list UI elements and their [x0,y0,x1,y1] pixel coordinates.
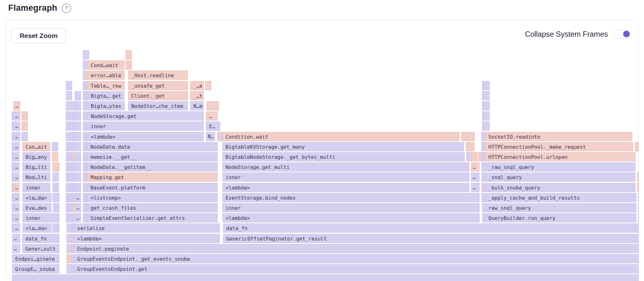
flame-frame[interactable] [75,183,81,192]
flame-frame[interactable] [483,111,490,121]
flame-frame[interactable]: BaseEvent.platform [87,183,218,192]
flame-frame[interactable] [75,91,81,100]
flame-frame[interactable]: Endpoint.paginate [74,244,639,253]
flame-frame[interactable]: … [13,132,20,141]
flame-frame[interactable]: Condition.wait [222,132,460,141]
flame-frame[interactable] [53,193,59,202]
flame-frame[interactable]: NodeStorage.get [88,111,204,121]
flame-frame[interactable]: … [75,193,81,202]
flame-frame[interactable] [483,101,490,110]
help-icon[interactable]: ? [62,3,71,13]
flame-frame[interactable] [53,223,59,233]
flame-frame[interactable]: … [13,122,20,131]
flame-frame[interactable]: error…able [88,71,125,80]
flame-frame[interactable] [83,50,89,59]
flame-frame[interactable]: … [75,213,81,222]
flame-frame[interactable]: BigtableNodeStorage._get_bytes_multi [222,152,465,161]
flame-frame[interactable] [53,172,59,182]
collapse-system-frames-toggle[interactable] [614,30,631,39]
flame-frame[interactable]: Big…lti [22,162,50,172]
flame-frame[interactable]: _apply_cache_and_build_results [485,193,636,202]
flame-frame[interactable] [637,183,639,192]
flame-frame[interactable] [126,50,132,59]
flame-frame[interactable] [75,152,81,161]
flame-frame[interactable] [213,101,219,110]
flame-frame[interactable]: N… [206,132,215,141]
flame-frame[interactable]: N…m [190,101,204,110]
flame-frame[interactable]: … [13,203,20,212]
flame-frame[interactable]: Bigta….get [88,91,125,100]
flame-frame[interactable]: … [13,111,20,121]
flame-frame[interactable] [75,142,81,151]
reset-zoom-button[interactable]: Reset Zoom [11,28,66,43]
flame-frame[interactable]: … [13,172,20,182]
flame-frame[interactable]: Mapping.get [87,172,218,182]
flame-frame[interactable]: inner [88,122,204,131]
flame-frame[interactable]: get_crash_files [87,203,218,212]
flame-frame[interactable]: Cond…wait [88,60,125,70]
flame-frame[interactable]: Client._get [128,91,188,100]
flame-frame[interactable]: inner [22,183,50,192]
flame-frame[interactable] [483,122,490,131]
flame-frame[interactable]: _unsafe_get [128,81,188,90]
flame-frame[interactable]: GroupE…_snuba [12,264,59,273]
flame-frame[interactable]: SimpleEventSerializer.get_attrs [87,213,218,222]
flame-frame[interactable] [75,101,81,110]
flame-frame[interactable]: _bulk_snuba_query [485,183,635,192]
flame-frame[interactable]: <lambda> [222,183,469,192]
flame-frame[interactable]: Table…_row [88,81,125,90]
flame-frame[interactable]: Eve…des [22,203,52,212]
flame-frame[interactable] [483,91,490,100]
flame-frame[interactable]: … [13,142,20,151]
flame-frame[interactable]: EventStorage.bind_nodes [222,193,480,202]
flame-frame[interactable]: Big…any [22,152,50,161]
flame-frame[interactable] [637,172,639,182]
flame-frame[interactable] [75,172,81,182]
flame-frame[interactable] [53,203,59,212]
flame-frame[interactable]: NodeStor…che_item [128,101,188,110]
flame-frame[interactable]: … [12,244,20,253]
flame-frame[interactable] [75,111,81,121]
flame-frame[interactable]: … [13,101,20,110]
flame-frame[interactable]: Nod…lti [22,172,50,182]
flame-frame[interactable]: … [12,234,20,243]
flame-frame[interactable]: … [471,183,480,192]
flame-frame[interactable] [468,142,474,151]
flame-frame[interactable]: HTTPConnectionPool.urlopen [485,152,635,161]
flame-frame[interactable]: E… [206,122,220,131]
flame-frame[interactable]: … [13,213,20,222]
flame-frame[interactable] [53,162,59,172]
flame-frame[interactable]: … [206,111,218,121]
flame-frame[interactable]: … [75,203,81,212]
flame-frame[interactable]: _snql_query [485,172,635,182]
flame-frame[interactable]: SocketIO.readinto [485,132,632,141]
flame-frame[interactable]: GenericOffsetPaginator.get_result [223,234,639,243]
flame-frame[interactable] [638,193,639,202]
flame-frame[interactable] [75,132,81,141]
flame-frame[interactable]: NodeStorage.get_multi [222,162,469,172]
flame-frame[interactable]: NodeData.__getitem__ [87,162,218,172]
flame-frame[interactable]: GroupEventsEndpoint.get [74,264,639,273]
flame-frame[interactable]: <la…da> [22,223,52,233]
flame-frame[interactable]: … [13,193,20,202]
flame-frame[interactable] [635,142,639,151]
flame-frame[interactable]: memoize.__get__ [87,152,218,161]
flame-frame[interactable]: GroupEventsEndpoint._get_events_snuba [74,254,639,263]
flame-frame[interactable]: <lambda> [222,213,480,222]
flame-frame[interactable]: data_fn [223,223,639,233]
flame-frame[interactable] [207,101,213,110]
flame-frame[interactable]: <lambda> [74,234,220,243]
flame-frame[interactable] [638,213,639,222]
flame-frame[interactable] [75,122,81,131]
flame-frame[interactable] [22,122,28,131]
flame-frame[interactable]: QueryBuilder.run_query [485,213,636,222]
flame-frame[interactable]: … [13,152,20,161]
flame-frame[interactable]: Bigta…ytes [88,101,125,110]
flame-frame[interactable] [52,142,58,151]
flame-frame[interactable] [12,274,639,281]
flame-frame[interactable] [483,81,490,90]
flame-frame[interactable] [22,132,28,141]
flame-frame[interactable] [75,162,81,172]
flame-frame[interactable] [471,152,478,161]
flame-frame[interactable]: <lambda> [88,132,204,141]
